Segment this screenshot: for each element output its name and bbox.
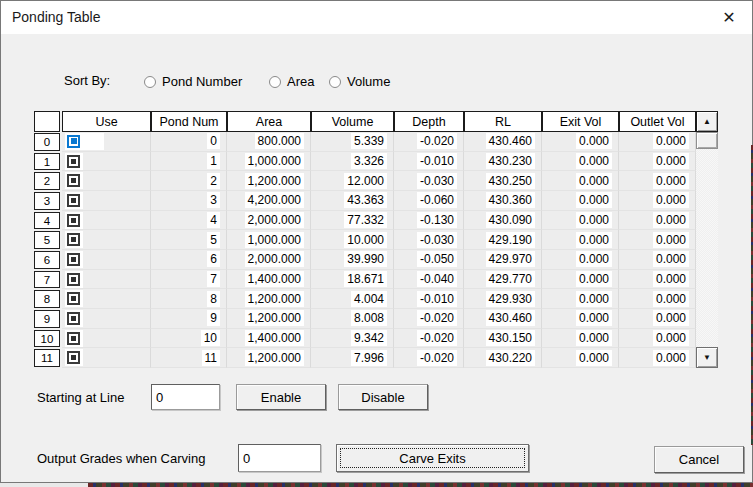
use-cell[interactable] — [62, 132, 151, 152]
pond-num-cell[interactable]: 4 — [151, 211, 227, 231]
outlet-vol-cell[interactable]: 0.000 — [619, 191, 696, 211]
row-number[interactable]: 6 — [34, 251, 60, 269]
outlet-vol-cell[interactable]: 0.000 — [619, 230, 696, 250]
area-cell[interactable]: 1,400.000 — [227, 270, 311, 290]
radio-volume[interactable]: Volume — [329, 74, 390, 89]
checkbox-checked-icon[interactable] — [67, 292, 80, 305]
checkbox-checked-icon[interactable] — [67, 312, 80, 325]
row-number[interactable]: 2 — [34, 172, 60, 190]
area-cell[interactable]: 2,000.000 — [227, 250, 311, 270]
close-button[interactable]: ✕ — [706, 1, 752, 34]
pond-num-cell[interactable]: 2 — [151, 171, 227, 191]
volume-cell[interactable]: 5.339 — [311, 132, 394, 152]
rl-cell[interactable]: 430.460 — [464, 132, 542, 152]
checkbox-checked-icon[interactable] — [67, 351, 80, 364]
pond-num-cell[interactable]: 11 — [151, 348, 227, 368]
exit-vol-cell[interactable]: 0.000 — [542, 211, 619, 231]
area-cell[interactable]: 1,200.000 — [227, 348, 311, 368]
depth-cell[interactable]: -0.010 — [394, 289, 464, 309]
outlet-vol-cell[interactable]: 0.000 — [619, 270, 696, 290]
row-number[interactable]: 10 — [34, 330, 60, 348]
rl-cell[interactable]: 430.220 — [464, 348, 542, 368]
checkbox-checked-icon[interactable] — [67, 155, 80, 168]
area-cell[interactable]: 1,200.000 — [227, 309, 311, 329]
row-number[interactable]: 9 — [34, 310, 60, 328]
depth-cell[interactable]: -0.020 — [394, 348, 464, 368]
area-cell[interactable]: 1,200.000 — [227, 171, 311, 191]
volume-cell[interactable]: 8.008 — [311, 309, 394, 329]
pond-num-cell[interactable]: 0 — [151, 132, 227, 152]
exit-vol-cell[interactable]: 0.000 — [542, 289, 619, 309]
row-number[interactable]: 0 — [34, 133, 60, 151]
volume-cell[interactable]: 10.000 — [311, 230, 394, 250]
volume-cell[interactable]: 77.332 — [311, 211, 394, 231]
use-cell[interactable] — [62, 250, 151, 270]
rl-cell[interactable]: 429.190 — [464, 230, 542, 250]
depth-cell[interactable]: -0.020 — [394, 329, 464, 349]
exit-vol-cell[interactable]: 0.000 — [542, 171, 619, 191]
radio-label[interactable]: Area — [287, 74, 314, 89]
area-cell[interactable]: 2,000.000 — [227, 211, 311, 231]
row-number[interactable]: 5 — [34, 231, 60, 249]
pond-num-cell[interactable]: 9 — [151, 309, 227, 329]
area-cell[interactable]: 1,400.000 — [227, 329, 311, 349]
row-number[interactable]: 3 — [34, 192, 60, 210]
use-cell[interactable] — [62, 348, 151, 368]
radio-icon[interactable] — [144, 76, 156, 88]
checkbox-checked-icon[interactable] — [67, 194, 80, 207]
radio-label[interactable]: Volume — [347, 74, 390, 89]
outlet-vol-cell[interactable]: 0.000 — [619, 211, 696, 231]
depth-cell[interactable]: -0.020 — [394, 132, 464, 152]
volume-cell[interactable]: 7.996 — [311, 348, 394, 368]
row-number[interactable]: 7 — [34, 271, 60, 289]
rl-cell[interactable]: 430.090 — [464, 211, 542, 231]
volume-cell[interactable]: 12.000 — [311, 171, 394, 191]
depth-cell[interactable]: -0.040 — [394, 270, 464, 290]
starting-at-line-input[interactable] — [151, 384, 220, 410]
exit-vol-cell[interactable]: 0.000 — [542, 132, 619, 152]
depth-cell[interactable]: -0.030 — [394, 230, 464, 250]
exit-vol-cell[interactable]: 0.000 — [542, 250, 619, 270]
checkbox-checked-icon[interactable] — [67, 253, 80, 266]
outlet-vol-cell[interactable]: 0.000 — [619, 348, 696, 368]
use-cell[interactable] — [62, 211, 151, 231]
rl-cell[interactable]: 430.360 — [464, 191, 542, 211]
depth-cell[interactable]: -0.050 — [394, 250, 464, 270]
use-cell[interactable] — [62, 309, 151, 329]
row-number[interactable]: 1 — [34, 153, 60, 171]
depth-cell[interactable]: -0.020 — [394, 309, 464, 329]
rl-cell[interactable]: 429.770 — [464, 270, 542, 290]
volume-cell[interactable]: 39.990 — [311, 250, 394, 270]
outlet-vol-cell[interactable]: 0.000 — [619, 329, 696, 349]
checkbox-checked-icon[interactable] — [67, 214, 80, 227]
rl-cell[interactable]: 430.460 — [464, 309, 542, 329]
area-cell[interactable]: 1,000.000 — [227, 230, 311, 250]
checkbox-checked-icon[interactable] — [67, 233, 80, 246]
depth-cell[interactable]: -0.130 — [394, 211, 464, 231]
outlet-vol-cell[interactable]: 0.000 — [619, 289, 696, 309]
area-cell[interactable]: 1,200.000 — [227, 289, 311, 309]
exit-vol-cell[interactable]: 0.000 — [542, 270, 619, 290]
scrollbar-thumb[interactable] — [696, 132, 718, 149]
pond-num-cell[interactable]: 8 — [151, 289, 227, 309]
scrollbar-track[interactable] — [696, 149, 718, 347]
pond-num-cell[interactable]: 1 — [151, 152, 227, 172]
radio-icon[interactable] — [269, 76, 281, 88]
checkbox-checked-icon[interactable] — [67, 174, 80, 187]
use-cell[interactable] — [62, 270, 151, 290]
volume-cell[interactable]: 9.342 — [311, 329, 394, 349]
volume-cell[interactable]: 43.363 — [311, 191, 394, 211]
carve-exits-button[interactable]: Carve Exits — [336, 444, 529, 472]
exit-vol-cell[interactable]: 0.000 — [542, 309, 619, 329]
outlet-vol-cell[interactable]: 0.000 — [619, 152, 696, 172]
exit-vol-cell[interactable]: 0.000 — [542, 329, 619, 349]
exit-vol-cell[interactable]: 0.000 — [542, 230, 619, 250]
depth-cell[interactable]: -0.030 — [394, 171, 464, 191]
use-cell[interactable] — [62, 230, 151, 250]
exit-vol-cell[interactable]: 0.000 — [542, 348, 619, 368]
row-number[interactable]: 11 — [34, 349, 60, 367]
checkbox-checked-icon[interactable] — [67, 332, 80, 345]
radio-label[interactable]: Pond Number — [162, 74, 242, 89]
area-cell[interactable]: 800.000 — [227, 132, 311, 152]
scroll-up-button[interactable]: ▲ — [696, 111, 718, 132]
